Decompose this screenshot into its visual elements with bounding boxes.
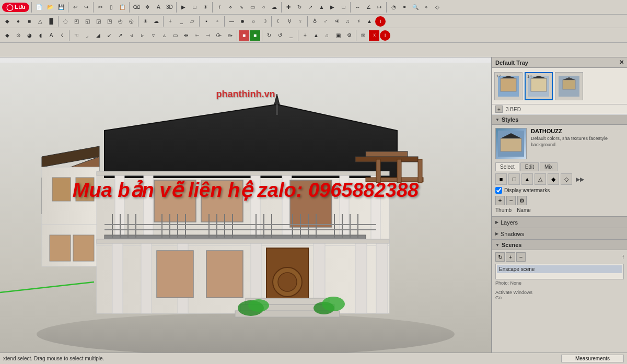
- r3-red-icon[interactable]: ■: [239, 30, 249, 41]
- section-planes-icon[interactable]: ▱: [187, 16, 198, 27]
- r3-19-icon[interactable]: ⇾: [203, 30, 213, 41]
- arc-icon[interactable]: ⋄: [225, 2, 236, 13]
- hidden-icon[interactable]: ◲: [93, 16, 103, 27]
- r3-4-icon[interactable]: ◖: [35, 30, 45, 41]
- tray-close-icon[interactable]: ✕: [619, 59, 624, 66]
- thumbnail-item-2[interactable]: 14: [525, 72, 553, 100]
- monochrome-icon[interactable]: ◵: [126, 16, 136, 27]
- copy-icon[interactable]: ▯: [106, 2, 117, 13]
- line-icon[interactable]: /: [214, 2, 225, 13]
- display-watermarks-checkbox[interactable]: [495, 187, 502, 194]
- tab-mix[interactable]: Mix: [540, 162, 558, 171]
- style-preview[interactable]: [495, 128, 527, 159]
- scenes-icon[interactable]: ☽: [259, 16, 270, 27]
- undo-icon[interactable]: ↩: [70, 2, 80, 13]
- text-icon[interactable]: A: [153, 2, 164, 13]
- wireframe-icon[interactable]: ◱: [82, 16, 92, 27]
- explode-icon[interactable]: ▫: [212, 16, 223, 27]
- style-icon-4[interactable]: △: [535, 173, 546, 185]
- main-viewport[interactable]: phanthinh.vn Mua bản vẽ liên hệ zalo: 09…: [0, 57, 491, 353]
- r3-20-icon[interactable]: ⌱: [214, 30, 224, 41]
- textured-icon[interactable]: ◴: [115, 16, 125, 27]
- style-icon-5[interactable]: ◆: [548, 173, 559, 185]
- warehouse-icon[interactable]: ♫: [342, 16, 353, 27]
- styles-header[interactable]: ▼ Styles: [492, 114, 627, 125]
- modeltool-icon[interactable]: ☿: [284, 16, 295, 27]
- scene-refresh-btn[interactable]: ↻: [495, 252, 505, 262]
- view3-icon[interactable]: ■: [24, 16, 34, 27]
- rubygem-icon[interactable]: ♀: [295, 16, 306, 27]
- orbit-icon[interactable]: ◔: [388, 2, 399, 13]
- cut-icon[interactable]: ✂: [95, 2, 106, 13]
- xray-icon[interactable]: ◰: [71, 16, 82, 27]
- erase-icon[interactable]: ⌫: [131, 2, 142, 13]
- r3-arrow-icon[interactable]: ▲: [311, 30, 321, 41]
- redo-icon[interactable]: ↪: [81, 2, 91, 13]
- materials-icon[interactable]: ☼: [248, 16, 259, 27]
- section-icon[interactable]: ◌: [60, 16, 71, 27]
- thumbnail-item-3[interactable]: [555, 72, 583, 100]
- r3-7-icon[interactable]: ☜: [71, 30, 82, 41]
- scene-item-enscape[interactable]: Enscape scene: [497, 265, 622, 273]
- extension3-icon[interactable]: ♃: [331, 16, 342, 27]
- pan-icon[interactable]: ⚭: [399, 2, 410, 13]
- offset-icon[interactable]: □: [338, 2, 349, 13]
- zoomfit-icon[interactable]: ⌖: [421, 2, 432, 13]
- scene-add-btn[interactable]: +: [506, 252, 515, 262]
- info-icon[interactable]: i: [375, 16, 386, 27]
- add-scene-btn[interactable]: +: [495, 105, 503, 113]
- r3-9-icon[interactable]: ◢: [93, 30, 103, 41]
- guides-icon[interactable]: ⎯: [176, 16, 187, 27]
- r3-13-icon[interactable]: ▹: [137, 30, 147, 41]
- group-icon[interactable]: ▪: [201, 16, 212, 27]
- zoom-icon[interactable]: 🔍: [410, 2, 421, 13]
- r3-x-icon[interactable]: ☓: [369, 30, 379, 41]
- r3-3-icon[interactable]: ◕: [24, 30, 34, 41]
- paste-icon[interactable]: 📋: [117, 2, 127, 13]
- new-file-icon[interactable]: 📄: [34, 2, 44, 13]
- tab-select[interactable]: Select: [495, 162, 519, 171]
- trimble-icon[interactable]: ♯: [353, 16, 364, 27]
- r3-11-icon[interactable]: ↗: [115, 30, 125, 41]
- view2-icon[interactable]: ●: [13, 16, 24, 27]
- angle-icon[interactable]: ∠: [363, 2, 374, 13]
- axes-icon[interactable]: +: [165, 16, 176, 27]
- component-icon[interactable]: □: [189, 2, 200, 13]
- view4-icon[interactable]: △: [35, 16, 45, 27]
- pushpull-icon[interactable]: ▲: [316, 2, 327, 13]
- fog-icon[interactable]: ☁: [151, 16, 161, 27]
- style-icon-1[interactable]: ■: [495, 173, 507, 185]
- style-icon-3[interactable]: ▲: [521, 173, 533, 185]
- style-icon-6[interactable]: ◇: [561, 173, 572, 185]
- r3-1-icon[interactable]: ◆: [2, 30, 13, 41]
- r3-house-icon[interactable]: ⌂: [322, 30, 332, 41]
- scene-remove-btn[interactable]: −: [516, 252, 526, 262]
- perspective-icon[interactable]: ◇: [432, 2, 443, 13]
- shadow-icon[interactable]: ☀: [140, 16, 150, 27]
- 3d-text-icon[interactable]: 3D: [164, 2, 175, 13]
- shaded-icon[interactable]: ◳: [104, 16, 114, 27]
- remove-style-button[interactable]: −: [506, 196, 516, 205]
- r3-gear2-icon[interactable]: ⚙: [344, 30, 354, 41]
- r3-18-icon[interactable]: ⇽: [192, 30, 202, 41]
- rect-icon[interactable]: ▭: [247, 2, 258, 13]
- r3-14-icon[interactable]: ▿: [148, 30, 158, 41]
- r3-refresh-icon[interactable]: ↻: [264, 30, 274, 41]
- view5-icon[interactable]: █: [46, 16, 56, 27]
- rotate-icon[interactable]: ↻: [294, 2, 305, 13]
- r3-12-icon[interactable]: ◃: [126, 30, 136, 41]
- r3-8-icon[interactable]: ◞: [82, 30, 92, 41]
- move-icon[interactable]: ✚: [283, 2, 294, 13]
- layers-header[interactable]: ▶ Layers: [492, 217, 627, 228]
- thumbnail-item-1[interactable]: 12: [494, 72, 522, 100]
- r3-16-icon[interactable]: ▭: [170, 30, 180, 41]
- r3-plus-icon[interactable]: +: [300, 30, 310, 41]
- pinterest-save-button[interactable]: ◯ Lưu: [2, 3, 29, 12]
- add-style-button[interactable]: +: [495, 196, 505, 205]
- extension2-icon[interactable]: ♂: [320, 16, 331, 27]
- extension1-icon[interactable]: ♁: [309, 16, 320, 27]
- r3-checker-icon[interactable]: ▣: [333, 30, 343, 41]
- r3-refresh2-icon[interactable]: ↺: [275, 30, 285, 41]
- export-icon[interactable]: ▲: [364, 16, 375, 27]
- r3-5-icon[interactable]: A: [46, 30, 56, 41]
